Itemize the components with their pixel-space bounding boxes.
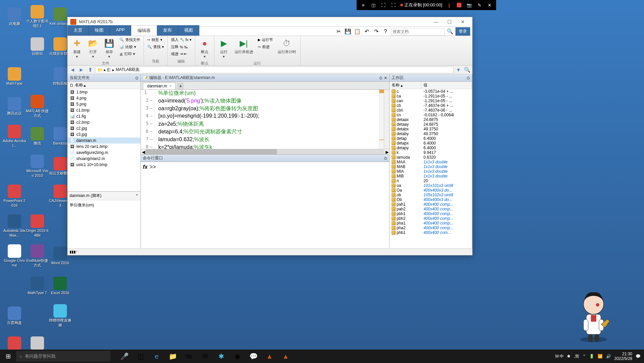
- camera-icon[interactable]: 📷: [466, 2, 473, 8]
- details-collapse-icon[interactable]: ⌃: [135, 194, 138, 198]
- vertical-scrollbar[interactable]: [384, 90, 389, 149]
- file-item[interactable]: 🖼c1.bmp: [68, 107, 140, 113]
- open-button[interactable]: 📂打开▾: [86, 37, 100, 60]
- indent-button[interactable]: 缩进 ⇥ ⇤: [170, 51, 193, 57]
- find-button[interactable]: 🔍查找▾: [146, 44, 165, 50]
- path-dropdown-button[interactable]: ▾: [455, 66, 462, 74]
- desktop-shortcut[interactable]: Autodesk 3ds Max...: [2, 212, 27, 240]
- start-button[interactable]: ⊞: [0, 350, 16, 363]
- workspace-variable[interactable]: detaax24.6875: [390, 117, 472, 122]
- editor-file-tab[interactable]: danmian.m ×: [143, 82, 176, 89]
- desktop-shortcut[interactable]: 腾讯会议: [2, 92, 27, 121]
- expand-icon[interactable]: ⛶: [390, 2, 397, 8]
- goto-button[interactable]: ⇨转至▾: [146, 37, 165, 43]
- copy-icon[interactable]: 📋: [353, 28, 361, 36]
- matlab-taskbar-icon[interactable]: ▲: [262, 350, 277, 363]
- run-time-button[interactable]: ⏱运行并计时: [276, 37, 298, 56]
- file-item[interactable]: 🖼c2.bmp: [68, 119, 140, 125]
- ws-value-column[interactable]: 值: [421, 82, 472, 89]
- minimize-button[interactable]: —: [429, 18, 443, 26]
- help-icon[interactable]: ?: [381, 28, 390, 36]
- desktop-shortcut[interactable]: EndNote快捷方式: [25, 242, 49, 270]
- desktop-shortcut[interactable]: 哔哩哔哩直播姬: [48, 301, 72, 330]
- workspace-variable[interactable]: k9.9417: [390, 150, 472, 155]
- workspace-variable[interactable]: pbh2400x400 comp...: [390, 216, 472, 221]
- workspace-variable[interactable]: Oa400x400x3 do...: [390, 188, 472, 193]
- workspace-variable[interactable]: MAB1x1x3 double: [390, 164, 472, 169]
- file-item[interactable]: 📄shuangmian2.m: [68, 156, 140, 162]
- compare-button[interactable]: 📊比较▾: [118, 44, 142, 50]
- ws-name-column[interactable]: 名称 ▴: [390, 82, 421, 89]
- desktop-shortcut[interactable]: Excel 2016: [48, 272, 72, 300]
- findfiles-button[interactable]: 🔍查找文件: [118, 37, 142, 43]
- desktop-shortcut[interactable]: MathType 7: [25, 272, 49, 300]
- pencil-icon[interactable]: ✎: [476, 2, 483, 8]
- desktop-shortcut[interactable]: 此电脑: [2, 2, 27, 31]
- horizontal-scrollbar[interactable]: ◄ ►: [141, 149, 389, 154]
- clock-time[interactable]: 21:30: [614, 352, 632, 356]
- path-search-button[interactable]: 🔍: [464, 66, 471, 74]
- workspace-variable[interactable]: cbn-7.4637e-06 - ...: [390, 108, 472, 113]
- file-item[interactable]: 🖼c2.jpg: [68, 125, 140, 131]
- print-button[interactable]: 🖨打印▾: [118, 51, 142, 57]
- desktop-shortcut[interactable]: Adobe Acrobat...: [2, 122, 27, 151]
- command-window[interactable]: fx >>: [141, 162, 389, 248]
- workspace-variable[interactable]: detap6.4000: [390, 136, 472, 141]
- workspace-variable[interactable]: detapx6.4000: [390, 141, 472, 146]
- back-button[interactable]: ◄: [69, 66, 76, 74]
- run-button[interactable]: ▶运行▾: [216, 37, 231, 60]
- file-item[interactable]: 📄savefigure2img.m: [68, 150, 140, 156]
- comment-button[interactable]: 注释 % ‰: [170, 44, 193, 50]
- workspace-variable[interactable]: Ob400x400x3 do...: [390, 197, 472, 202]
- workspace-variable[interactable]: cn-0.0182 - 0.0064i: [390, 113, 472, 117]
- ribbon-tab[interactable]: 主页: [68, 25, 89, 36]
- workspace-variable[interactable]: MIA1x1x3 double: [390, 169, 472, 174]
- desktop-shortcut[interactable]: MATLAB 快捷方式: [25, 92, 49, 121]
- workspace-variable[interactable]: pah2400x400 comp...: [390, 207, 472, 211]
- code-editor[interactable]: 1 2345678 %单位微米(um)oa=imread('5.png');%读…: [141, 90, 389, 149]
- desktop-shortcut[interactable]: 微信: [25, 122, 49, 151]
- file-item[interactable]: 📄danmian.m: [68, 137, 140, 144]
- tray-up-icon[interactable]: ⌃: [582, 354, 586, 359]
- workspace-variable[interactable]: detaby49.3750: [390, 131, 472, 136]
- workspace-variable[interactable]: c-3.0571e-04 + ...: [390, 89, 472, 94]
- resize-icon[interactable]: ⛶: [380, 2, 387, 8]
- path-folder[interactable]: MATLAB双面: [116, 67, 139, 73]
- file-item[interactable]: 🖼4.png: [68, 95, 140, 101]
- breakpoint-button[interactable]: ●断点▾: [197, 37, 212, 60]
- close-recording-button[interactable]: ✕: [486, 2, 493, 8]
- desktop-shortcut[interactable]: 回收站: [25, 32, 49, 61]
- volume-icon[interactable]: 🔊: [606, 354, 611, 359]
- file-item[interactable]: 📊c1.fig: [68, 113, 140, 119]
- login-button[interactable]: 登录: [455, 27, 470, 36]
- menu-icon[interactable]: ≡: [360, 2, 367, 8]
- desktop-shortcut[interactable]: Microsoft Visio 2010: [25, 152, 49, 180]
- workspace-variable[interactable]: oa101x101x3 uint8: [390, 183, 472, 188]
- workspace-variable[interactable]: detaay24.6875: [390, 122, 472, 127]
- mail-icon[interactable]: ✉: [198, 350, 212, 363]
- editor-add-tab-button[interactable]: +: [177, 83, 184, 89]
- code-minimap[interactable]: [379, 90, 384, 149]
- advance-button[interactable]: ⇨前进: [256, 44, 274, 50]
- maximize-button[interactable]: ☐: [443, 18, 456, 26]
- tray-icon[interactable]: ✱: [567, 354, 570, 359]
- desktop-shortcut[interactable]: PowerPoint 2016: [2, 182, 27, 210]
- task-view-icon[interactable]: ◫: [133, 350, 148, 363]
- file-item[interactable]: 🖼1.bmp: [68, 89, 140, 95]
- up-button[interactable]: ⬆: [86, 66, 94, 74]
- workspace-variable[interactable]: phb1400x400 com...: [390, 230, 472, 235]
- workspace-variable[interactable]: pha1400x400 comp...: [390, 221, 472, 226]
- workspace-variable[interactable]: pbh1400x400 comp...: [390, 211, 472, 216]
- notifications-icon[interactable]: 💬: [636, 354, 641, 359]
- workspace-variable[interactable]: cb-7.4637e-06 + ...: [390, 103, 472, 108]
- forward-button[interactable]: ►: [78, 66, 85, 74]
- stop-button[interactable]: [456, 2, 462, 8]
- panel-options-icon[interactable]: ⊙: [135, 76, 138, 80]
- crop-icon[interactable]: ◫: [370, 2, 377, 8]
- workspace-variable[interactable]: detabx49.3750: [390, 127, 472, 131]
- desktop-shortcut[interactable]: Google Chrome: [2, 242, 27, 270]
- file-name-column[interactable]: 🗋 名称 ▴: [68, 82, 140, 89]
- save-icon[interactable]: 💾: [344, 28, 352, 36]
- workspace-variable[interactable]: ob105x102x3 uint8: [390, 193, 472, 197]
- cut-icon[interactable]: ✂: [334, 28, 343, 36]
